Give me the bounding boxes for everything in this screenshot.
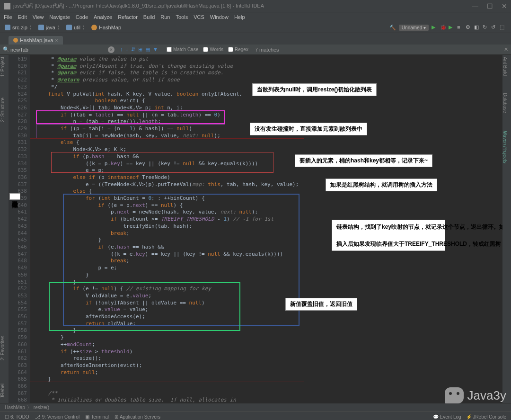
crumb-hashmap[interactable]: HashMap [91, 25, 121, 30]
line-gutter: 619 620 621 622 623 624 625 626 627 628 … [9, 55, 30, 403]
side-project[interactable]: 1: Project [0, 57, 5, 77]
zip-icon [5, 25, 10, 30]
code-area[interactable]: * @param value the value to put * @param… [30, 55, 502, 403]
crumb-src[interactable]: src.zip〉 [5, 24, 35, 31]
side-ant[interactable]: Ant Build [502, 57, 508, 76]
tool-icon3[interactable]: ↻ [483, 24, 489, 31]
filter-icon[interactable]: ▤ [145, 46, 150, 53]
side-structure[interactable]: 2: Structure [0, 98, 5, 122]
pkg-icon [38, 25, 44, 30]
tw-terminal[interactable]: ▣ Terminal [85, 414, 109, 420]
toolwindow-bar: ☐ 6: TODO ⎇ 9: Version Control ▣ Termina… [0, 411, 511, 420]
menu-run[interactable]: Run [160, 14, 170, 20]
stop-icon[interactable]: ■ [457, 24, 464, 31]
menu-tools[interactable]: Tools [176, 14, 188, 20]
search-icon: 🔍 [3, 46, 9, 53]
add-selection-icon[interactable]: ⊞ [138, 46, 142, 53]
class-icon [13, 38, 18, 43]
hammer-icon[interactable]: 🔨 [389, 25, 396, 31]
clear-search-icon[interactable]: ✕ [108, 46, 115, 53]
class-icon [91, 25, 97, 30]
menu-refactor[interactable]: Refactor [118, 14, 138, 20]
callout-resize: 当散列表为null时，调用resize()初始化散列表 [252, 83, 377, 96]
code-breadcrumb: HashMap〉 resize() [0, 403, 511, 411]
tool-icon4[interactable]: ↺ [491, 24, 498, 31]
regex-check[interactable]: Regex [228, 47, 248, 52]
run-config[interactable]: Unnamed ▾ [399, 25, 429, 31]
tool-icon[interactable]: ⚙ [466, 24, 472, 31]
select-all-icon[interactable]: ⇵ [131, 46, 135, 53]
menu-view[interactable]: View [33, 14, 44, 20]
prev-match-icon[interactable]: ↑ [120, 46, 123, 53]
bc-class[interactable]: HashMap [5, 405, 25, 410]
words-check[interactable]: Words [203, 47, 223, 52]
close-button[interactable]: ✕ [502, 2, 507, 10]
nav-breadcrumb: src.zip〉 java〉 util〉 HashMap 🔨 Unnamed ▾… [0, 22, 511, 33]
match-case-check[interactable]: Match Case [167, 47, 198, 52]
side-jrebel[interactable]: JRebel [0, 384, 5, 398]
side-collision-label: 发生了碰撞 [9, 193, 20, 200]
tw-appservers[interactable]: ⊞ Application Servers [115, 414, 160, 420]
search-input[interactable] [10, 47, 105, 53]
more-icon[interactable]: ▼ [153, 46, 158, 53]
find-bar: 🔍 ✕ ↑ ↓ ⇵ ⊞ ▤ ▼ Match Case Words Regex 7… [0, 45, 511, 55]
close-search-icon[interactable]: ✕ [504, 46, 508, 53]
tw-jrebel[interactable]: ⚡ JRebel Console [466, 414, 506, 420]
wechat-icon [445, 387, 464, 403]
bc-method[interactable]: resize() [34, 405, 49, 410]
callout-bucket: 要插入的元素，桶的hash和key都相等，记录下来~ [295, 154, 432, 167]
menubar: File Edit View Navigate Code Analyze Ref… [0, 12, 511, 22]
watermark-text: Java3y [467, 388, 506, 403]
watermark: Java3y [445, 387, 506, 403]
coverage-icon[interactable]: ▶ [449, 24, 455, 31]
window-title: java代码 [D:\java代码] - ...\Program Files\J… [13, 2, 264, 9]
menu-help[interactable]: Help [234, 14, 245, 20]
editor-tabs: HashMap.java × [0, 33, 511, 45]
crumb-util[interactable]: util〉 [66, 24, 88, 31]
side-mvn[interactable]: Maven Projects [502, 131, 508, 163]
minimize-button[interactable]: — [472, 2, 478, 10]
maximize-button[interactable]: ☐ [487, 2, 493, 10]
menu-window[interactable]: Window [210, 14, 229, 20]
code-editor[interactable]: 619 620 621 622 623 624 625 626 627 628 … [9, 55, 502, 403]
debug-icon[interactable]: 🐞 [440, 24, 447, 31]
callout-list: 链表结构，找到了key映射的节点，就记录这个节点，退出循环。如果没有找到，在链表… [332, 220, 445, 251]
tab-hashmap[interactable]: HashMap.java × [9, 36, 63, 45]
menu-build[interactable]: Build [143, 14, 155, 20]
next-match-icon[interactable]: ↓ [126, 46, 129, 53]
tool-icon2[interactable]: ◧ [474, 24, 481, 31]
tw-eventlog[interactable]: 💬 Event Log [433, 414, 461, 420]
tool-icon5[interactable]: ⬚ [500, 24, 506, 31]
titlebar: java代码 [D:\java代码] - ...\Program Files\J… [0, 0, 511, 12]
right-toolstrip: Ant Build Database Maven Projects [502, 55, 511, 403]
match-count: 7 matches [255, 47, 279, 53]
side-db[interactable]: Database [502, 93, 508, 113]
menu-file[interactable]: File [4, 14, 12, 20]
callout-replace: 新值覆盖旧值，返回旧值 [285, 298, 357, 311]
callout-tree: 如果是红黑树结构，就调用树的插入方法 [326, 179, 437, 191]
tw-vc[interactable]: ⎇ 9: Version Control [35, 414, 80, 420]
run-icon[interactable]: ▶ [432, 24, 438, 31]
menu-analyze[interactable]: Analyze [94, 14, 112, 20]
menu-edit[interactable]: Edit [18, 14, 27, 20]
crumb-java[interactable]: java〉 [38, 24, 62, 31]
tab-close-icon[interactable]: × [55, 37, 58, 43]
callout-nocollision: 没有发生碰撞时，直接添加元素到散列表中 [250, 123, 367, 135]
pkg-icon [66, 25, 72, 30]
menu-code[interactable]: Code [76, 14, 88, 20]
left-toolstrip: 1: Project 2: Structure 2: Favorites JRe… [0, 55, 9, 403]
tw-todo[interactable]: ☐ 6: TODO [5, 414, 29, 420]
window-controls: — ☐ ✕ [472, 2, 507, 10]
side-favorites[interactable]: 2: Favorites [0, 336, 5, 360]
menu-navigate[interactable]: Navigate [49, 14, 70, 20]
menu-vcs[interactable]: VCS [194, 14, 204, 20]
app-icon [4, 3, 10, 9]
